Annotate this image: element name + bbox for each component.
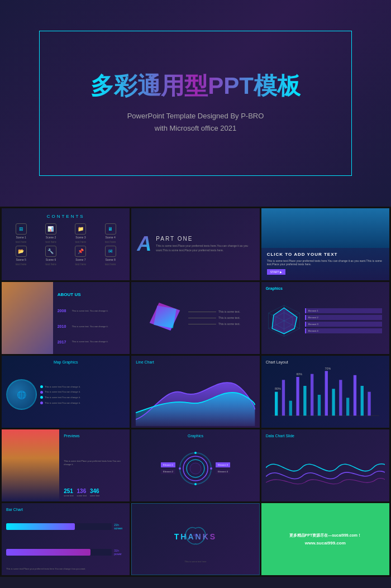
map-item-2: This is some text.You can change it. [40, 390, 125, 394]
scene2-label: Scene 2 [46, 236, 56, 239]
radar-title: Graphics [266, 286, 385, 290]
scene6-sub: text here [45, 262, 56, 266]
svg-point-35 [179, 467, 181, 470]
circ-content: Element 1 Element 2 Element 3 E [136, 440, 255, 497]
radar-content: Element 1 Element 2 Element 3 Element 4 [266, 293, 385, 350]
svg-point-31 [190, 463, 201, 474]
scene8-icon: ✉ [105, 246, 116, 257]
bar-row-2: 31h power [6, 549, 125, 556]
slide-more-resources: 更多精品PPT资源尽在—sucai999.com！ www.sucai999.c… [261, 503, 389, 575]
slide-part-one: A PART ONE This is some text.Place your … [131, 208, 259, 280]
about-title: ABOUT US [58, 292, 126, 297]
map-content: 🌐 This is some text.You can change it. T… [6, 366, 125, 423]
preview-unit-3: some text [90, 494, 99, 497]
map-item-1: This is some text.You can change it. [40, 385, 125, 389]
circ-btn-4: Element 4 [216, 469, 230, 474]
globe-circle: 🌐 [6, 379, 37, 410]
scene4-label: Scene 4 [105, 236, 115, 239]
graphics-circ-title: Graphics [136, 434, 255, 438]
data-chart-area: This is some text.Place your preferred t… [266, 440, 385, 498]
shape-line-text-3: This is some text. [218, 322, 240, 326]
slide-graphics-circ: Graphics Element 1 Element 2 [131, 429, 259, 501]
thanks-graphic [182, 523, 209, 551]
slide-map: Map Graphics 🌐 This is some text.You can… [2, 356, 130, 428]
scene1-sub: text here [16, 240, 26, 243]
data-chart-svg [266, 440, 385, 498]
about-year-1: 2008 [58, 309, 70, 313]
slide-thanks: THANKS This is some text here [131, 503, 259, 575]
click-bg-image [261, 208, 389, 248]
preview-unit-1: some text [64, 494, 73, 497]
svg-point-33 [210, 467, 212, 470]
shape-line-2: This is some text. [188, 316, 240, 319]
contents-item-5: 📂 Scene 5 text here [7, 246, 35, 266]
svg-rect-12 [282, 380, 284, 415]
click-btn[interactable]: START ▶ [267, 269, 285, 275]
svg-rect-22 [353, 375, 356, 416]
preview-stat-1: 251 some text [64, 488, 73, 497]
map-dot-2 [40, 391, 43, 394]
scene8-sub: text here [105, 262, 116, 266]
slide-chart-layout: Chart Layout 80% [261, 356, 389, 428]
shape-line-bar-3 [188, 324, 216, 324]
radar-label-2: Element 2 [305, 315, 382, 320]
svg-text:60%: 60% [296, 372, 302, 376]
about-content: ABOUT US 2008 This is some text. You can… [53, 282, 130, 354]
hero-slide: 多彩通用型PPT模板 PowerPoint Template Designed … [0, 0, 391, 207]
data-chart-body: This is some text.Place your preferred t… [266, 500, 385, 501]
radar-label-1: Element 1 [305, 308, 382, 313]
circ-btn-2: Element 2 [161, 469, 175, 474]
contents-item-7: 📌 Scene 7 text here [67, 246, 94, 266]
hero-border: 多彩通用型PPT模板 PowerPoint Template Designed … [39, 31, 352, 176]
scene7-label: Scene 7 [75, 258, 85, 261]
preview-stat-2: 136 some text [77, 488, 87, 497]
shape-line-text-2: This is some text. [218, 316, 240, 319]
scene6-label: Scene 6 [46, 258, 56, 261]
bar-fill-1 [6, 523, 75, 530]
about-year-2: 2010 [58, 324, 70, 328]
map-item-text-1: This is some text.You can change it. [45, 385, 80, 389]
map-item-4: This is some text.You can change it. [40, 401, 125, 405]
svg-rect-19 [332, 389, 335, 415]
about-text-1: This is some text. You can change it. [72, 309, 108, 313]
about-year-3: 2017 [58, 340, 70, 344]
slide-click: CLICK TO ADD YOUR TEXT This is some text… [261, 208, 389, 280]
bar-fill-2 [6, 549, 90, 556]
svg-rect-23 [360, 386, 363, 415]
line-chart-svg [136, 366, 255, 426]
shape-line-1: This is some text. [188, 310, 240, 313]
slide-3d-shape: This is some text. This is some text. Th… [131, 282, 259, 354]
scene6-icon: 🔧 [45, 246, 56, 257]
map-item-text-4: This is some text.You can change it. [45, 401, 80, 405]
bar-track-1 [6, 523, 112, 530]
svg-rect-15 [303, 386, 306, 415]
contents-item-2: 📊 Scene 2 text here [37, 223, 64, 243]
contents-item-1: ⊞ Scene 1 text here [7, 223, 35, 243]
preview-unit-2: some text [77, 494, 87, 497]
preview-stats: 251 some text 136 some text 346 some tex… [64, 488, 125, 497]
map-dot-3 [40, 396, 43, 399]
map-item-text-3: This is some text.You can change it. [45, 396, 80, 399]
scene2-icon: 📊 [45, 223, 56, 235]
slides-grid: CONTENTS ⊞ Scene 1 text here 📊 Scene 2 t… [0, 207, 391, 577]
line-chart-area: Paragraph 1 Paragraph 2 Paragraph 3 [136, 366, 255, 426]
thanks-sub: This is some text here [184, 560, 206, 563]
scene3-label: Scene 3 [75, 236, 85, 239]
radar-label-3: Element 3 [305, 322, 382, 327]
about-item-3: 2017 This is some text. You can change i… [58, 340, 126, 344]
slide-line-chart: Line Chart [131, 356, 259, 428]
more-url: www.sucai999.com [305, 541, 346, 546]
preview-content: Previews This is some text.Place your pr… [59, 429, 130, 501]
about-text-2: This is some text. You can change it. [72, 325, 108, 328]
part-title: PART ONE [156, 236, 254, 242]
svg-rect-13 [289, 401, 292, 416]
scene2-sub: text here [45, 240, 56, 243]
slide-about: ABOUT US 2008 This is some text. You can… [2, 282, 130, 354]
contents-icons: ⊞ Scene 1 text here 📊 Scene 2 text here … [7, 223, 124, 266]
preview-num-3: 346 [90, 488, 99, 494]
hero-title: 多彩通用型PPT模板 [90, 72, 301, 100]
map-item-3: This is some text.You can change it. [40, 396, 125, 399]
svg-rect-24 [368, 392, 370, 416]
svg-text:70%: 70% [325, 367, 331, 370]
scene8-label: Scene 8 [105, 258, 115, 261]
